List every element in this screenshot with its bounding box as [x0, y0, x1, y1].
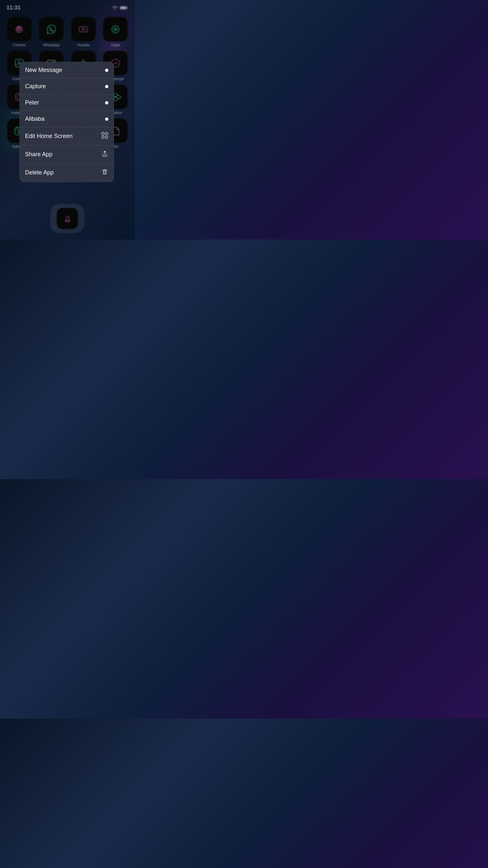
capture-indicator: [105, 85, 108, 88]
peter-indicator: [105, 101, 108, 104]
new-message-indicator: [105, 69, 108, 72]
context-new-message[interactable]: New Message: [20, 62, 113, 79]
context-peter[interactable]: Peter: [20, 95, 113, 111]
context-capture-label: Capture: [25, 83, 46, 90]
context-edit-home-label: Edit Home Screen: [25, 133, 72, 140]
context-new-message-label: New Message: [25, 67, 62, 73]
svg-rect-44: [102, 136, 104, 138]
context-capture[interactable]: Capture: [20, 79, 113, 95]
context-alibaba[interactable]: Alibaba: [20, 111, 113, 127]
share-icon: [101, 150, 108, 159]
context-peter-label: Peter: [25, 99, 39, 106]
context-edit-home[interactable]: Edit Home Screen: [20, 127, 113, 146]
svg-rect-43: [105, 132, 108, 135]
context-menu: New Message Capture Peter Alibaba Edit H…: [20, 62, 114, 182]
svg-rect-42: [102, 132, 104, 135]
alibaba-indicator: [105, 118, 108, 121]
context-share-app[interactable]: Share App: [20, 146, 113, 164]
context-share-app-label: Share App: [25, 151, 53, 158]
svg-rect-45: [105, 136, 108, 138]
trash-icon: [101, 168, 108, 177]
context-delete-app-label: Delete App: [25, 169, 54, 176]
context-delete-app[interactable]: Delete App: [20, 164, 113, 182]
context-alibaba-label: Alibaba: [25, 116, 44, 122]
edit-home-icon: [101, 132, 108, 141]
